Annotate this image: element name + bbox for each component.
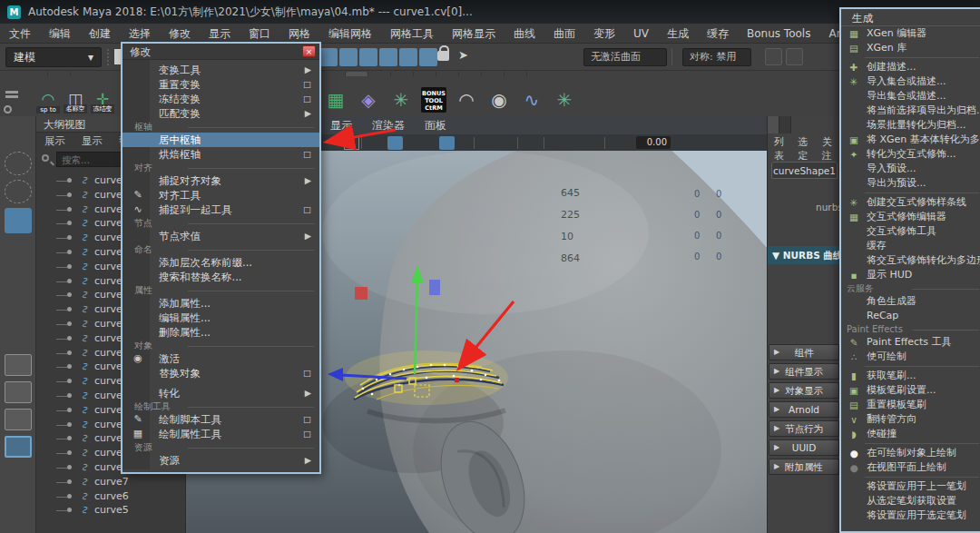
menu-item-accessory[interactable]: □: [303, 427, 311, 441]
menu-item-accessory[interactable]: □: [303, 77, 311, 92]
menu-item-accessory[interactable]: ▶: [305, 173, 311, 188]
outliner-curve-item[interactable]: ∿curve5: [36, 503, 185, 518]
exposure-field[interactable]: 0.00: [636, 136, 671, 149]
menu-item-accessory[interactable]: ▶: [305, 386, 311, 400]
menu-item-accessory[interactable]: □: [303, 202, 311, 217]
menubar-item[interactable]: 选择: [120, 24, 160, 44]
menu-item[interactable]: 交互式修饰工具: [841, 224, 980, 239]
viewport-toolbar-icon[interactable]: [370, 136, 386, 150]
menu-item[interactable]: 替换对象□: [122, 366, 319, 380]
menu-item[interactable]: 删除属性...: [122, 325, 319, 340]
snap-toggle-icon[interactable]: [419, 48, 437, 66]
magnet-snap-icon[interactable]: [533, 48, 548, 66]
magnet-snap-icon[interactable]: [551, 48, 566, 66]
menu-item[interactable]: 命名: [122, 243, 319, 255]
attribute-section-button[interactable]: 组件显示: [769, 363, 839, 380]
shelf-tab[interactable]: [323, 72, 346, 76]
menu-item[interactable]: 绘制工具: [122, 400, 319, 412]
menu-set-dropdown[interactable]: 建模 ▾: [5, 47, 102, 67]
shelf-button[interactable]: ◠sp to: [36, 88, 60, 114]
menu-item[interactable]: ∿捕捉到一起工具□: [122, 202, 319, 217]
tool-icon[interactable]: [5, 208, 32, 233]
menu-item[interactable]: 重置变换□: [122, 77, 319, 92]
menu-item-accessory[interactable]: ▶: [305, 453, 311, 468]
menubar-item[interactable]: 网格显示: [443, 24, 505, 44]
menubar-item[interactable]: 网格工具: [381, 24, 443, 44]
menu-item[interactable]: 云服务: [841, 282, 980, 294]
shelf-tab[interactable]: [48, 72, 71, 76]
nurbs-curve-section-header[interactable]: ▼ NURBS 曲线: [768, 246, 839, 264]
menu-item[interactable]: 搜索和替换名称...: [122, 270, 319, 284]
select-priority-icon[interactable]: ➤: [458, 48, 468, 62]
shelf-tab[interactable]: [368, 72, 391, 76]
menubar-item[interactable]: 窗口: [240, 24, 279, 44]
menu-item[interactable]: ●在可绘制对象上绘制: [841, 446, 980, 460]
shelf-tab[interactable]: [391, 72, 414, 76]
panel-toggle-icon[interactable]: [786, 48, 803, 65]
viewport-toolbar-icon[interactable]: [526, 136, 542, 150]
attribute-section-button[interactable]: Arnold: [769, 401, 839, 418]
viewport-toolbar-icon[interactable]: [553, 136, 568, 150]
snap-toggle-icon[interactable]: [319, 48, 338, 66]
menu-item[interactable]: ▦交互式修饰编辑器: [841, 210, 980, 224]
menu-item[interactable]: 资源▶: [122, 453, 319, 468]
menu-item[interactable]: ✎绘制脚本工具□: [122, 412, 319, 427]
menu-item[interactable]: ◗使碰撞: [841, 427, 980, 441]
shelf-button[interactable]: ✳: [388, 87, 414, 113]
menu-item-accessory[interactable]: □: [303, 92, 311, 106]
menu-item[interactable]: Paint Effects: [841, 323, 980, 335]
menubar-item[interactable]: 曲线: [505, 24, 544, 44]
menu-item[interactable]: 节点求值▶: [122, 229, 319, 243]
menu-item[interactable]: 捕捉对齐对象▶: [122, 173, 319, 188]
menu-item-accessory[interactable]: □: [303, 412, 311, 427]
outliner-menu-item[interactable]: 显示: [74, 133, 111, 149]
toolbar-grip[interactable]: [107, 49, 110, 65]
lock-icon[interactable]: [437, 51, 449, 61]
symmetry-field[interactable]: 对称: 禁用: [682, 48, 751, 66]
viewport-toolbar-icon[interactable]: [327, 136, 342, 150]
viewport-toolbar-icon[interactable]: [422, 136, 437, 150]
outliner-curve-item[interactable]: ∿curve7: [36, 475, 185, 489]
menubar-item[interactable]: 编辑: [40, 24, 80, 44]
viewport-toolbar-icon[interactable]: [456, 136, 472, 150]
shelf-tab[interactable]: [346, 72, 368, 76]
shelf-button[interactable]: ◈: [356, 87, 381, 113]
viewport-toolbar-icon[interactable]: [361, 137, 368, 149]
shelf-tab[interactable]: [482, 72, 505, 76]
viewport-toolbar-icon[interactable]: [613, 136, 629, 150]
menu-item[interactable]: ▣模板笔刷设置...: [841, 383, 980, 398]
menu-item[interactable]: 烘焙枢轴□: [122, 147, 319, 162]
magnet-snap-icon[interactable]: [478, 48, 494, 66]
menu-item[interactable]: 导入预设...: [841, 162, 980, 176]
shelf-button[interactable]: ◉: [486, 87, 512, 113]
menu-item[interactable]: ReCap: [841, 309, 980, 323]
tool-icon[interactable]: [5, 264, 32, 290]
panel-menu-item[interactable]: 渲染器: [362, 116, 415, 134]
attribute-section-button[interactable]: 对象显示: [769, 382, 839, 399]
menu-item[interactable]: 将设置应用于选定笔划: [841, 508, 980, 523]
menu-item[interactable]: ▦绘制属性工具□: [122, 427, 319, 441]
menu-item[interactable]: ▦XGen 编辑器: [841, 26, 980, 41]
menu-item[interactable]: 场景批量转化为归档...: [841, 118, 980, 133]
magnet-snap-icon[interactable]: [514, 48, 530, 66]
panel-toggle-icon[interactable]: [765, 48, 782, 65]
menubar-item[interactable]: UV: [624, 24, 658, 44]
outliner-menu-item[interactable]: 展示: [36, 133, 74, 149]
viewport-toolbar-icon[interactable]: [405, 136, 420, 150]
layout-button-icon[interactable]: [5, 381, 32, 403]
menubar-item[interactable]: Bonus Tools: [738, 24, 819, 44]
menu-item[interactable]: 居中枢轴: [122, 133, 319, 147]
menu-item[interactable]: 枢轴: [122, 121, 319, 133]
snap-toggle-icon[interactable]: [339, 48, 358, 66]
attribute-section-button[interactable]: UUID: [769, 439, 839, 456]
menu-item[interactable]: 将设置应用于上一笔划: [841, 479, 980, 494]
snap-toggle-icon[interactable]: [399, 48, 417, 66]
menubar-item[interactable]: 网格: [279, 24, 319, 44]
panel-tab[interactable]: [779, 116, 791, 133]
menubar-item[interactable]: 文件: [0, 24, 40, 44]
menu-item[interactable]: 变换工具▶: [122, 63, 319, 77]
menu-item-accessory[interactable]: ▶: [305, 106, 311, 121]
shelf-tab[interactable]: [25, 72, 48, 76]
attribute-section-button[interactable]: 节点行为: [769, 420, 839, 437]
attribute-editor-menu-item[interactable]: 列表: [768, 133, 791, 150]
